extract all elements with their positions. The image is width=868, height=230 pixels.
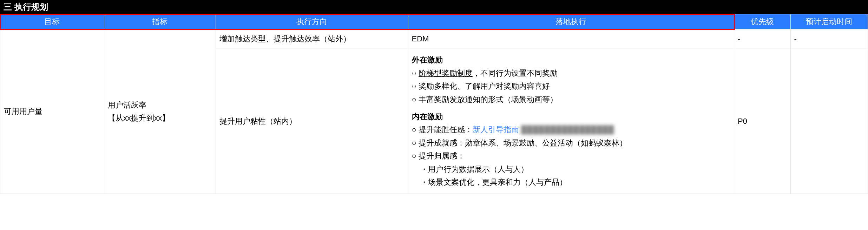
table-row: 可用用户量 用户活跃率 【从xx提升到xx】 增加触达类型、提升触达效率（站外）…: [0, 29, 868, 48]
col-eta: 预计启动时间: [790, 14, 868, 29]
cell-eta-top: -: [790, 29, 868, 48]
col-metric: 指标: [104, 14, 216, 29]
ext-bullet-2: 奖励多样化、了解用户对奖励内容喜好: [412, 80, 731, 93]
int-b1-link[interactable]: 新人引导指南: [473, 125, 519, 134]
table-container: 目标 指标 执行方向 落地执行 优先级 预计启动时间 可用用户量 用户活跃率 【…: [0, 14, 868, 194]
cell-metric: 用户活跃率 【从xx提升到xx】: [104, 29, 216, 194]
cell-eta-main: [790, 48, 868, 194]
ext-b1-rest: ，不同行为设置不同奖励: [473, 69, 558, 77]
section-title: 三 执行规划: [0, 0, 868, 14]
cell-priority-top: -: [734, 29, 791, 48]
ext-incentive-title: 外在激励: [412, 53, 731, 66]
ext-bullet-3: 丰富奖励发放通知的形式（场景动画等）: [412, 93, 731, 106]
cell-goal: 可用用户量: [0, 29, 104, 194]
metric-line1: 用户活跃率: [108, 99, 212, 111]
cell-landing-main: 外在激励 阶梯型奖励制度，不同行为设置不同奖励 奖励多样化、了解用户对奖励内容喜…: [408, 48, 734, 194]
cell-landing-top: EDM: [408, 29, 734, 48]
int-b1-redacted: ████████████████: [521, 123, 614, 136]
cell-priority-main: P0: [734, 48, 791, 194]
int-b3-sub2: 场景文案优化，更具亲和力（人与产品）: [420, 178, 567, 187]
table-header: 目标 指标 执行方向 落地执行 优先级 预计启动时间: [0, 14, 868, 29]
int-bullet-3: 提升归属感：: [412, 149, 731, 162]
col-priority: 优先级: [734, 14, 791, 29]
col-landing: 落地执行: [408, 14, 734, 29]
ext-bullet-1: 阶梯型奖励制度，不同行为设置不同奖励: [412, 67, 731, 80]
int-b3-sub1: 用户行为数据展示（人与人）: [420, 165, 528, 174]
int-bullet-2: 提升成就感：勋章体系、场景鼓励、公益活动（如蚂蚁森林）: [412, 136, 731, 149]
cell-direction-top: 增加触达类型、提升触达效率（站外）: [216, 29, 408, 48]
ext-b1-underline: 阶梯型奖励制度: [419, 69, 473, 77]
int-incentive-title: 内在激励: [412, 110, 731, 123]
metric-line2: 【从xx提升到xx】: [108, 111, 212, 124]
int-bullet-1: 提升能胜任感：新人引导指南 ████████████████: [412, 123, 731, 136]
planning-table: 目标 指标 执行方向 落地执行 优先级 预计启动时间 可用用户量 用户活跃率 【…: [0, 14, 868, 194]
cell-direction-main: 提升用户粘性（站内）: [216, 48, 408, 194]
col-goal: 目标: [0, 14, 104, 29]
int-b1-pre: 提升能胜任感：: [419, 125, 473, 134]
col-direction: 执行方向: [216, 14, 408, 29]
